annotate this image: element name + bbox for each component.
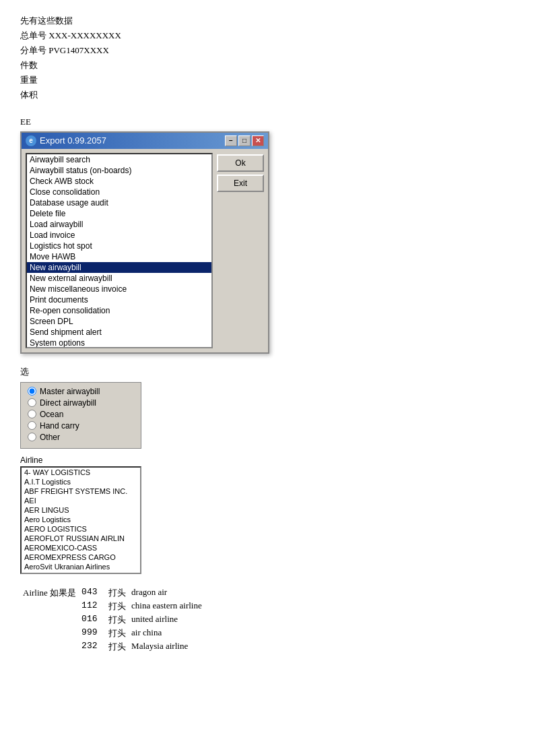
list-item[interactable]: Send shipment alert [27,327,211,338]
list-item[interactable]: Close consolidation [27,187,211,197]
airline-item[interactable]: AEROMEXICO-CASS [22,543,140,553]
instruction-row: 016打头united airline [20,613,205,627]
radio-item-other[interactable]: Other [28,433,134,442]
radio-label-master: Master airwaybill [40,387,100,396]
list-item[interactable]: Load airwaybill [27,219,211,230]
airline-label: Airline [20,455,514,465]
titlebar-buttons: − □ ✕ [225,135,264,146]
list-item[interactable]: Print documents [27,294,211,305]
airline-item[interactable]: AER LINGUS [22,505,140,515]
line-2: 总单号 XXX-XXXXXXXX [20,28,514,43]
airwaybill-type-radio-group: Master airwaybillDirect airwaybillOceanH… [20,382,141,449]
list-item[interactable]: Airwaybill search [27,154,211,165]
ee-label: EE [20,117,514,127]
list-item[interactable]: Check AWB stock [27,176,211,187]
list-item[interactable]: Airwaybill status (on-boards) [27,165,211,176]
ok-button[interactable]: Ok [217,154,264,172]
window-action-buttons: Ok Exit [217,153,264,348]
line-5: 重量 [20,73,514,88]
instruction-row: Airline 如果是043打头dragon air [20,586,205,600]
airline-item[interactable]: Aero Logistics [22,515,140,524]
radio-handcarry[interactable] [28,421,36,430]
minimize-button[interactable]: − [225,135,237,146]
close-button[interactable]: ✕ [252,135,264,146]
list-item[interactable]: System options [27,338,211,348]
airline-item[interactable]: AEROFLOT RUSSIAN AIRLIN [22,534,140,543]
export-window: e Export 0.99.2057 − □ ✕ Airwaybill sear… [20,131,269,354]
radio-item-handcarry[interactable]: Hand carry [28,421,134,431]
airline-item[interactable]: A.I.T Logistics [22,477,140,486]
instruction-row: 232打头Malaysia airline [20,640,205,654]
airline-listbox[interactable]: 4- WAY LOGISTICSA.I.T LogisticsABF FREIG… [20,466,141,574]
airline-item[interactable]: AEROMEXPRESS CARGO [22,553,140,562]
airline-item[interactable]: AEROUNION [22,571,140,574]
menu-listbox[interactable]: Airwaybill searchAirwaybill status (on-b… [26,153,213,348]
select-label: 选 [20,366,514,378]
list-item[interactable]: New airwaybill [27,262,211,273]
line-4: 件数 [20,58,514,73]
window-body: Airwaybill searchAirwaybill status (on-b… [22,149,268,352]
exit-label: Exit [234,179,247,188]
maximize-button[interactable]: □ [238,135,251,146]
radio-label-direct: Direct airwaybill [40,398,96,408]
radio-other[interactable] [28,433,36,441]
airline-item[interactable]: AEI [22,496,140,505]
radio-label-handcarry: Hand carry [40,421,79,431]
airline-item[interactable]: 4- WAY LOGISTICS [22,468,140,477]
radio-item-ocean[interactable]: Ocean [28,410,134,419]
list-item[interactable]: Database usage audit [27,197,211,208]
airline-item[interactable]: ABF FREIGHT SYSTEMS INC. [22,486,140,496]
line-1: 先有这些数据 [20,13,514,28]
instruction-row: 112打头china eastern airline [20,600,205,613]
radio-direct[interactable] [28,398,36,407]
list-item[interactable]: New external airwaybill [27,273,211,284]
radio-item-direct[interactable]: Direct airwaybill [28,398,134,408]
radio-ocean[interactable] [28,410,36,418]
ok-label: Ok [235,158,245,168]
list-item[interactable]: Delete file [27,208,211,219]
radio-label-ocean: Ocean [40,410,63,419]
list-item[interactable]: Logistics hot spot [27,241,211,251]
window-title: Export 0.99.2057 [40,135,106,146]
airline-instructions: Airline 如果是043打头dragon air112打头china eas… [20,586,514,654]
radio-item-master[interactable]: Master airwaybill [28,387,134,396]
window-icon: e [26,135,36,146]
list-item[interactable]: Screen DPL [27,316,211,327]
list-item[interactable]: Re-open consolidation [27,305,211,316]
list-item[interactable]: Move HAWB [27,251,211,262]
radio-master[interactable] [28,387,36,396]
top-info-section: 先有这些数据 总单号 XXX-XXXXXXXX 分单号 PVG1407XXXX … [20,13,514,103]
titlebar-left: e Export 0.99.2057 [26,135,106,146]
airline-item[interactable]: AeroSvit Ukranian Airlines [22,562,140,571]
window-titlebar: e Export 0.99.2057 − □ ✕ [22,133,268,149]
exit-button[interactable]: Exit [217,175,264,192]
line-6: 体积 [20,88,514,102]
list-item[interactable]: Load invoice [27,230,211,241]
list-item[interactable]: New miscellaneous invoice [27,284,211,294]
airline-item[interactable]: AERO LOGISTICS [22,524,140,534]
radio-label-other: Other [40,433,60,442]
line-3: 分单号 PVG1407XXXX [20,43,514,58]
instruction-row: 999打头air china [20,627,205,640]
